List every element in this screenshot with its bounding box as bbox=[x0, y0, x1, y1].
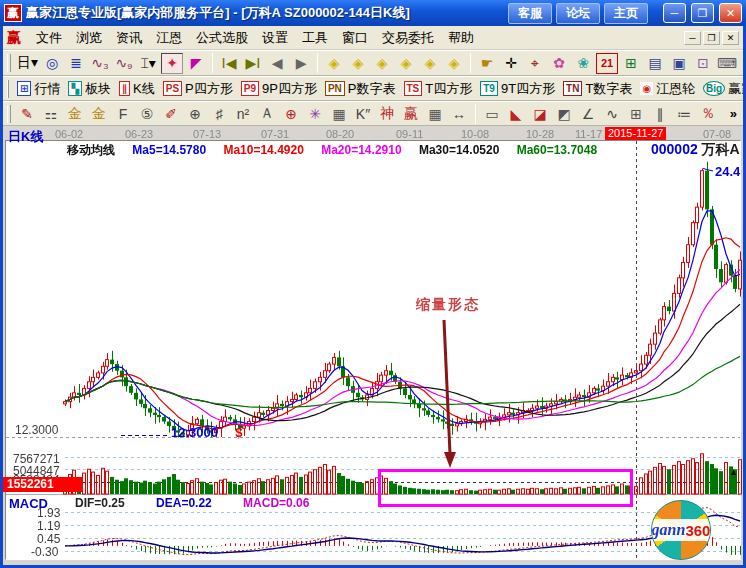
fan-tool-icon[interactable]: ◣ bbox=[505, 103, 527, 124]
gann-wheel-button[interactable]: ◉江恩轮 bbox=[640, 80, 695, 98]
compress-right-icon[interactable]: ◈ bbox=[419, 53, 441, 74]
stock-name: 万科A bbox=[702, 141, 740, 157]
transfer-icon[interactable]: ⊡ bbox=[692, 53, 714, 74]
menu-item-9[interactable]: 帮助 bbox=[441, 28, 481, 47]
candle-dropdown-icon[interactable]: ⌶▾ bbox=[137, 53, 159, 74]
p-number-button[interactable]: PNP数字表 bbox=[325, 80, 396, 98]
gann-wheel-button-label: 江恩轮 bbox=[656, 80, 695, 98]
span-icon[interactable]: ↔ bbox=[448, 103, 470, 124]
n2-grid-icon[interactable]: n² bbox=[232, 103, 254, 124]
menu-item-7[interactable]: 窗口 bbox=[335, 28, 375, 47]
five-grid-icon[interactable]: ⑤ bbox=[136, 103, 158, 124]
fan-square2-icon[interactable]: ◩ bbox=[553, 103, 575, 124]
f-grid-icon[interactable]: F bbox=[112, 103, 134, 124]
menu-item-0[interactable]: 文件 bbox=[29, 28, 69, 47]
forum-button[interactable]: 论坛 bbox=[556, 3, 600, 24]
crosshair-icon[interactable]: ✛ bbox=[500, 53, 522, 74]
channel-tool-icon[interactable]: ∥ bbox=[649, 103, 671, 124]
menu-item-6[interactable]: 工具 bbox=[295, 28, 335, 47]
shen-grid-icon[interactable]: 神 bbox=[376, 103, 398, 124]
p-square-button-icon: PS bbox=[163, 81, 182, 96]
customer-service-button[interactable]: 客服 bbox=[508, 3, 552, 24]
winner-wheel-button-icon: Big bbox=[703, 81, 725, 96]
p-square-button[interactable]: PSP四方形 bbox=[163, 80, 233, 98]
target-icon[interactable]: ⊕ bbox=[280, 103, 302, 124]
child-close-button[interactable]: ✕ bbox=[722, 31, 739, 45]
win-grid-icon[interactable]: 赢 bbox=[400, 103, 422, 124]
homepage-button[interactable]: 主页 bbox=[604, 3, 648, 24]
gold-grid-icon[interactable]: 金 bbox=[64, 103, 86, 124]
menu-item-5[interactable]: 设置 bbox=[255, 28, 295, 47]
menu-item-3[interactable]: 江恩 bbox=[149, 28, 189, 47]
a-ruler-icon[interactable]: Ａ bbox=[256, 103, 278, 124]
chart3-icon[interactable]: ∿₃ bbox=[89, 53, 111, 74]
fan-square-icon[interactable]: ◪ bbox=[529, 103, 551, 124]
mark-teal-icon[interactable]: ❀ bbox=[572, 53, 594, 74]
child-restore-button[interactable]: ❐ bbox=[703, 31, 720, 45]
magnifier-icon[interactable]: ⌖ bbox=[524, 53, 546, 74]
macd-values-line: DIF=0.25 DEA=0.22 MACD=0.06 bbox=[75, 496, 309, 510]
calculator-icon[interactable]: ⊞ bbox=[620, 53, 642, 74]
prev-icon[interactable]: ◀ bbox=[266, 53, 288, 74]
next-icon[interactable]: ▶ bbox=[290, 53, 312, 74]
menu-item-1[interactable]: 浏览 bbox=[69, 28, 109, 47]
price-list-icon[interactable]: ≔ bbox=[673, 103, 695, 124]
first-page-icon[interactable]: Ⅰ◀ bbox=[218, 53, 240, 74]
network-icon[interactable]: ◎ bbox=[41, 53, 63, 74]
rect-tool-icon[interactable]: ▭ bbox=[481, 103, 503, 124]
winner-wheel-button[interactable]: Big赢家轮 bbox=[703, 80, 743, 98]
t-square-button[interactable]: TST四方形 bbox=[404, 80, 473, 98]
hand-tool-icon[interactable]: ☛ bbox=[476, 53, 498, 74]
close-button[interactable]: ✕ bbox=[719, 3, 742, 23]
menu-item-2[interactable]: 资讯 bbox=[109, 28, 149, 47]
last-page-icon[interactable]: ▶Ⅰ bbox=[242, 53, 264, 74]
toolbar-overflow-chevron[interactable]: » bbox=[726, 106, 741, 121]
k-quote-icon[interactable]: K″ bbox=[352, 103, 374, 124]
chart9-icon[interactable]: ∿₉ bbox=[113, 53, 135, 74]
shift-left-icon[interactable]: ◈ bbox=[323, 53, 345, 74]
percent-tool-icon[interactable]: ％ bbox=[697, 103, 719, 124]
grid123-icon[interactable]: ▦ bbox=[424, 103, 446, 124]
expand-all-icon[interactable]: ◈ bbox=[443, 53, 465, 74]
toolbar-main: 日▾◎≣∿₃∿₉⌶▾✦◤Ⅰ◀▶Ⅰ◀▶◈◈◈◈◈◈☛✛⌖✿❀21⊞▤▣⊡⌨ bbox=[3, 50, 743, 76]
info-doc-icon[interactable]: ≣ bbox=[65, 53, 87, 74]
notebook-icon[interactable]: ▤ bbox=[644, 53, 666, 74]
square-grid-icon[interactable]: ▦ bbox=[328, 103, 350, 124]
hash-grid-icon[interactable]: ♯ bbox=[208, 103, 230, 124]
trend-flag-icon[interactable]: ◤ bbox=[185, 53, 207, 74]
date-tick-2: 07-13 bbox=[193, 128, 221, 140]
angle-tool-icon[interactable]: ∠ bbox=[577, 103, 599, 124]
grid-tool-icon[interactable]: ⊞ bbox=[625, 103, 647, 124]
wave-tool-icon[interactable]: ∿ bbox=[601, 103, 623, 124]
calendar-icon[interactable]: 21 bbox=[596, 53, 618, 74]
toolbar-separator bbox=[475, 104, 476, 124]
menu-item-4[interactable]: 公式选股 bbox=[189, 28, 255, 47]
grid-ruler-icon[interactable]: ⚏ bbox=[40, 103, 62, 124]
save-icon[interactable]: ▣ bbox=[668, 53, 690, 74]
clock-grid-icon[interactable]: ⊕ bbox=[184, 103, 206, 124]
t-number-button[interactable]: TNT数字表 bbox=[563, 80, 632, 98]
maximize-button[interactable]: ❐ bbox=[691, 3, 714, 23]
menu-item-8[interactable]: 交易委托 bbox=[375, 28, 441, 47]
minimize-button[interactable]: ─ bbox=[663, 3, 686, 23]
expand-h-icon[interactable]: ◈ bbox=[371, 53, 393, 74]
p9-square-button[interactable]: P99P四方形 bbox=[241, 80, 317, 98]
star-wheel-icon[interactable]: ✳ bbox=[304, 103, 326, 124]
child-minimize-button[interactable]: ─ bbox=[684, 31, 701, 45]
period-day-dropdown[interactable]: 日▾ bbox=[16, 53, 39, 74]
gann-mode-icon[interactable]: ✦ bbox=[161, 53, 183, 74]
gann-pencil-icon[interactable]: ✎ bbox=[16, 103, 38, 124]
macd-value: MACD=0.06 bbox=[243, 496, 309, 510]
toolbar-drawing: ✎⚏金金F⑤✐⊕♯n²Ａ⊕✳▦K″神赢▦↔▭◣◪◩∠∿⊞∥≔％» bbox=[3, 101, 743, 126]
shift-right-icon[interactable]: ◈ bbox=[347, 53, 369, 74]
kline-button[interactable]: ∥K线 bbox=[119, 80, 155, 98]
quotes-button[interactable]: ⊞行情 bbox=[17, 80, 60, 98]
computer-icon[interactable]: ⌨ bbox=[716, 53, 738, 74]
mark-pink-icon[interactable]: ✿ bbox=[548, 53, 570, 74]
t9-square-button[interactable]: T99T四方形 bbox=[480, 80, 555, 98]
compress-left-icon[interactable]: ◈ bbox=[395, 53, 417, 74]
panel-period-label: 日K线 bbox=[8, 128, 43, 146]
sectors-button[interactable]: ▚板块 bbox=[68, 80, 111, 98]
gold-grid2-icon[interactable]: 金 bbox=[88, 103, 110, 124]
brush-icon[interactable]: ✐ bbox=[160, 103, 182, 124]
